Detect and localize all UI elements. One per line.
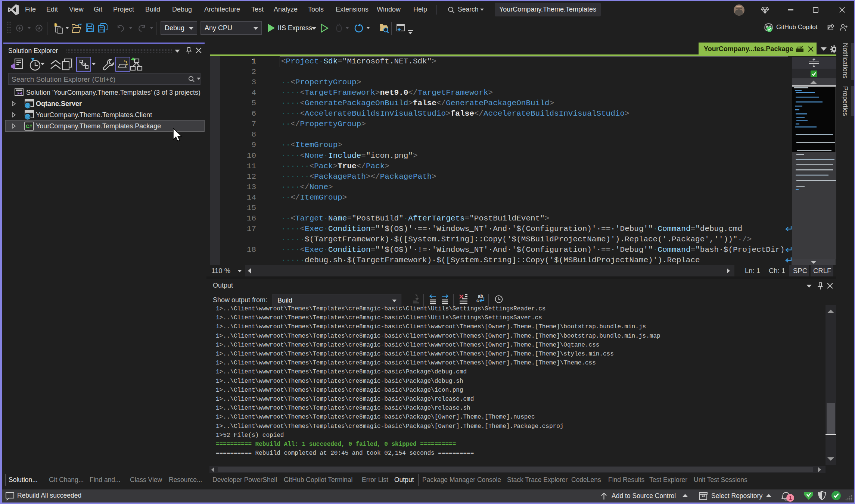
svg-text:C#: C# xyxy=(26,123,32,129)
svg-text:c: c xyxy=(476,298,479,303)
